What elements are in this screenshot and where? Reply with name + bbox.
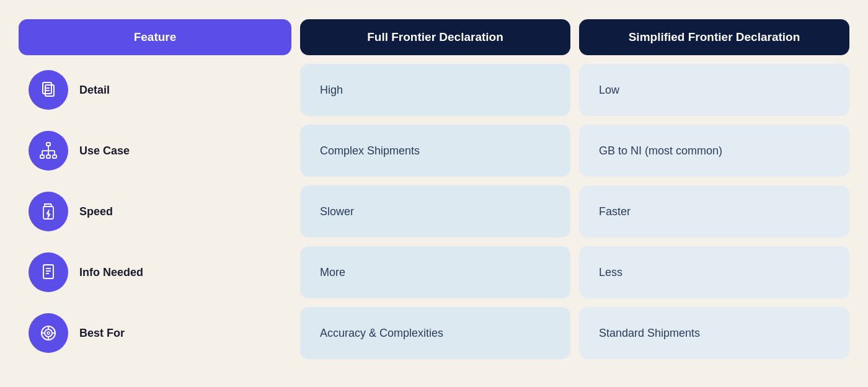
document-bolt-icon xyxy=(38,202,58,221)
row-speed: Speed Slower Faster xyxy=(19,185,849,238)
document2-icon xyxy=(38,262,58,282)
target-icon xyxy=(38,323,58,343)
info-needed-full-value: More xyxy=(300,246,570,298)
speed-label: Speed xyxy=(79,205,113,218)
use-case-simplified-value: GB to NI (most common) xyxy=(579,125,849,177)
feature-best-for: Best For xyxy=(19,307,291,359)
header-simplified-label: Simplified Frontier Declaration xyxy=(629,30,800,44)
network-icon xyxy=(38,141,58,161)
speed-simplified-value: Faster xyxy=(579,185,849,238)
feature-use-case: Use Case xyxy=(19,125,291,177)
speed-full-value: Slower xyxy=(300,185,570,238)
speed-icon-circle xyxy=(29,192,68,231)
best-for-full-value: Accuracy & Complexities xyxy=(300,307,570,359)
use-case-label: Use Case xyxy=(79,145,130,158)
row-best-for: Best For Accuracy & Complexities Standar… xyxy=(19,307,849,359)
comparison-table: Feature Full Frontier Declaration Simpli… xyxy=(19,19,849,368)
info-needed-simplified-value: Less xyxy=(579,246,849,298)
header-simplified: Simplified Frontier Declaration xyxy=(579,19,849,55)
svg-point-20 xyxy=(45,329,52,337)
header-feature-label: Feature xyxy=(134,30,177,44)
feature-detail: Detail xyxy=(19,64,291,116)
use-case-full-value: Complex Shipments xyxy=(300,125,570,177)
row-detail: Detail High Low xyxy=(19,64,849,116)
info-needed-label: Info Needed xyxy=(79,266,143,279)
header-feature: Feature xyxy=(19,19,291,55)
feature-info-needed: Info Needed xyxy=(19,246,291,298)
row-use-case: Use Case Complex Shipments GB to NI (mos… xyxy=(19,125,849,177)
detail-label: Detail xyxy=(79,84,110,97)
row-info-needed: Info Needed More Less xyxy=(19,246,849,298)
best-for-label: Best For xyxy=(79,327,125,340)
header-full: Full Frontier Declaration xyxy=(300,19,570,55)
svg-marker-14 xyxy=(46,210,50,218)
svg-rect-6 xyxy=(46,155,50,158)
document-icon xyxy=(38,80,58,100)
info-needed-icon-circle xyxy=(29,252,68,292)
svg-rect-4 xyxy=(46,143,50,146)
svg-rect-7 xyxy=(53,155,56,158)
svg-rect-15 xyxy=(43,265,53,278)
best-for-icon-circle xyxy=(29,313,68,353)
detail-full-value: High xyxy=(300,64,570,116)
feature-speed: Speed xyxy=(19,185,291,238)
detail-icon-circle xyxy=(29,70,68,110)
header-row: Feature Full Frontier Declaration Simpli… xyxy=(19,19,849,55)
svg-rect-5 xyxy=(40,155,44,158)
use-case-icon-circle xyxy=(29,131,68,171)
svg-point-21 xyxy=(47,332,50,334)
best-for-simplified-value: Standard Shipments xyxy=(579,307,849,359)
detail-simplified-value: Low xyxy=(579,64,849,116)
header-full-label: Full Frontier Declaration xyxy=(367,30,503,44)
